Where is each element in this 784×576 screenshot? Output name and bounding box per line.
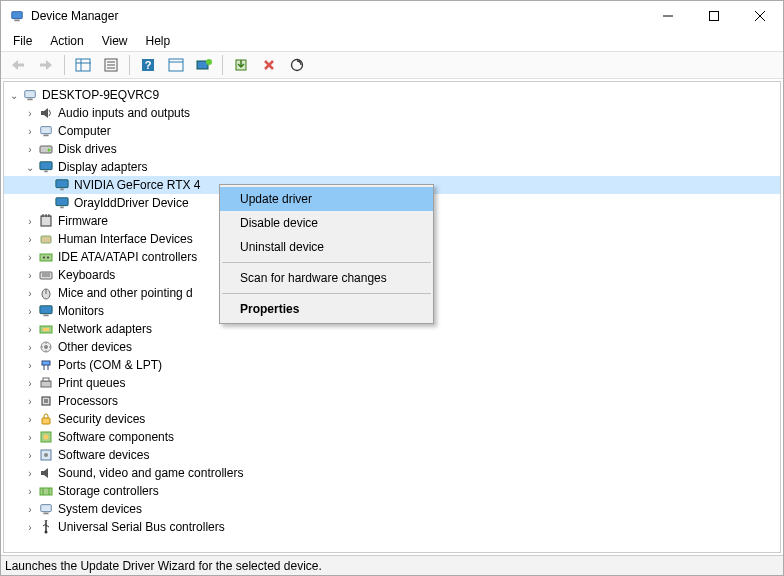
window-title: Device Manager [31, 9, 645, 23]
tree-item-label: Processors [58, 394, 118, 408]
action-button[interactable] [163, 53, 189, 77]
svg-rect-26 [43, 135, 48, 137]
tree-item-label: Disk drives [58, 142, 117, 156]
svg-rect-56 [43, 378, 49, 381]
forward-button[interactable] [33, 53, 59, 77]
tree-item[interactable]: ›Ports (COM & LPT) [4, 356, 780, 374]
enable-device-button[interactable] [228, 53, 254, 77]
tree-item-label: Audio inputs and outputs [58, 106, 190, 120]
ports-icon [38, 357, 54, 373]
expand-icon[interactable]: › [22, 303, 38, 319]
tree-item-label: IDE ATA/ATAPI controllers [58, 250, 197, 264]
expand-icon[interactable]: › [22, 447, 38, 463]
expand-icon[interactable]: › [22, 519, 38, 535]
tree-item-label: Storage controllers [58, 484, 159, 498]
svg-rect-33 [56, 198, 68, 206]
menu-view[interactable]: View [96, 32, 134, 50]
expand-icon[interactable]: › [22, 141, 38, 157]
scan-hardware-button[interactable] [284, 53, 310, 77]
status-bar: Launches the Update Driver Wizard for th… [1, 555, 783, 575]
properties-button[interactable] [98, 53, 124, 77]
context-menu-separator [222, 262, 431, 263]
display-icon [54, 177, 70, 193]
menu-bar: File Action View Help [1, 31, 783, 51]
expand-icon[interactable]: › [22, 213, 38, 229]
tree-item[interactable]: ›Security devices [4, 410, 780, 428]
expand-icon[interactable]: › [22, 123, 38, 139]
tree-item[interactable]: ›Software components [4, 428, 780, 446]
expand-icon[interactable]: › [22, 231, 38, 247]
storage-icon [38, 483, 54, 499]
svg-rect-39 [41, 236, 51, 243]
tree-item-label: Keyboards [58, 268, 115, 282]
expand-icon[interactable]: › [22, 483, 38, 499]
uninstall-device-button[interactable] [256, 53, 282, 77]
expand-icon[interactable]: › [22, 375, 38, 391]
monitor-icon [38, 303, 54, 319]
tree-item-label: Print queues [58, 376, 125, 390]
tree-item[interactable]: ›Disk drives [4, 140, 780, 158]
expand-icon[interactable]: › [22, 249, 38, 265]
back-button[interactable] [5, 53, 31, 77]
context-menu-item[interactable]: Scan for hardware changes [220, 266, 433, 290]
tree-item[interactable]: ›Software devices [4, 446, 780, 464]
tree-item[interactable]: ›Other devices [4, 338, 780, 356]
context-menu-item[interactable]: Disable device [220, 211, 433, 235]
usb-icon [38, 519, 54, 535]
status-text: Launches the Update Driver Wizard for th… [5, 559, 322, 573]
svg-rect-49 [43, 315, 48, 317]
tree-item[interactable]: ›Processors [4, 392, 780, 410]
help-button[interactable]: ? [135, 53, 161, 77]
svg-rect-64 [40, 488, 52, 495]
show-hide-tree-button[interactable] [70, 53, 96, 77]
menu-file[interactable]: File [7, 32, 38, 50]
security-icon [38, 411, 54, 427]
toolbar: ? [1, 51, 783, 79]
svg-point-61 [44, 435, 49, 440]
close-button[interactable] [737, 1, 783, 31]
expand-icon[interactable]: › [22, 501, 38, 517]
expand-icon[interactable]: › [22, 465, 38, 481]
expand-icon[interactable]: › [22, 429, 38, 445]
minimize-button[interactable] [645, 1, 691, 31]
context-menu-item[interactable]: Uninstall device [220, 235, 433, 259]
hid-icon [38, 231, 54, 247]
tree-item[interactable]: ›Storage controllers [4, 482, 780, 500]
svg-rect-32 [60, 189, 64, 191]
firmware-icon [38, 213, 54, 229]
ide-icon [38, 249, 54, 265]
cpu-icon [38, 393, 54, 409]
context-menu-item[interactable]: Update driver [220, 187, 433, 211]
audio-icon [38, 105, 54, 121]
menu-action[interactable]: Action [44, 32, 89, 50]
svg-rect-51 [43, 328, 49, 331]
menu-help[interactable]: Help [140, 32, 177, 50]
tree-root[interactable]: ⌄DESKTOP-9EQVRC9 [4, 86, 780, 104]
expand-icon[interactable]: › [22, 411, 38, 427]
expand-icon[interactable]: › [22, 285, 38, 301]
expand-icon[interactable]: › [22, 321, 38, 337]
display-icon [38, 159, 54, 175]
tree-item[interactable]: ⌄Display adapters [4, 158, 780, 176]
tree-item[interactable]: ›Print queues [4, 374, 780, 392]
expand-icon[interactable]: › [22, 105, 38, 121]
collapse-icon[interactable]: ⌄ [22, 159, 38, 175]
expand-icon[interactable]: › [22, 339, 38, 355]
expand-icon[interactable]: › [22, 393, 38, 409]
tree-item[interactable]: ›System devices [4, 500, 780, 518]
maximize-button[interactable] [691, 1, 737, 31]
svg-point-41 [43, 257, 45, 259]
collapse-icon[interactable]: ⌄ [6, 87, 22, 103]
tree-item[interactable]: ›Universal Serial Bus controllers [4, 518, 780, 536]
expand-icon[interactable]: › [22, 267, 38, 283]
tree-item[interactable]: ›Sound, video and game controllers [4, 464, 780, 482]
svg-rect-66 [43, 513, 48, 515]
tree-item-label: Human Interface Devices [58, 232, 193, 246]
tree-item[interactable]: ›Audio inputs and outputs [4, 104, 780, 122]
svg-rect-8 [76, 59, 90, 71]
expand-icon[interactable]: › [22, 357, 38, 373]
svg-rect-7 [40, 64, 46, 67]
update-driver-button[interactable] [191, 53, 217, 77]
context-menu-item[interactable]: Properties [220, 297, 433, 321]
tree-item[interactable]: ›Computer [4, 122, 780, 140]
